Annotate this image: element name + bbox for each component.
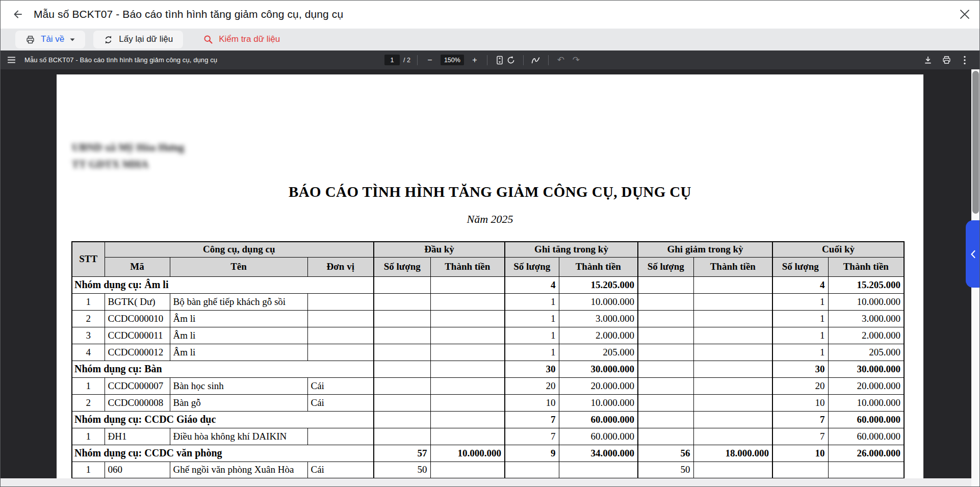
cell-don-vi (307, 293, 374, 310)
cell-num (693, 377, 772, 394)
cell-num: 1 (505, 344, 559, 361)
fit-page-button[interactable] (494, 54, 505, 66)
cell-num: 1 (505, 310, 559, 327)
cell-num: 26.000.000 (828, 445, 904, 462)
close-icon (960, 10, 969, 19)
back-button[interactable] (11, 8, 24, 21)
zoom-out-button[interactable]: − (424, 54, 435, 66)
cell-num: 205.000 (559, 344, 638, 361)
cell-stt: 1 (72, 462, 105, 478)
cell-ten: Âm li (170, 327, 307, 344)
cell-num (430, 276, 505, 293)
cell-ma: CCDC000008 (105, 394, 170, 411)
rotate-button[interactable] (505, 54, 517, 66)
cell-ma: ĐH1 (105, 428, 170, 445)
close-button[interactable] (960, 9, 970, 19)
more-options-button[interactable] (960, 54, 970, 66)
col-header-so-luong: Số lượng (638, 257, 693, 276)
zoom-in-button[interactable]: + (469, 54, 480, 66)
cell-num (638, 344, 693, 361)
annotate-button[interactable] (530, 54, 541, 66)
search-icon (203, 35, 213, 44)
cell-ten: Bàn học sinh (170, 377, 307, 394)
cell-stt: 1 (72, 377, 105, 394)
zoom-level: 150% (441, 55, 464, 65)
cell-num (693, 293, 772, 310)
cell-num (430, 310, 505, 327)
cell-stt: 3 (72, 327, 105, 344)
group-label: Nhóm dụng cụ: CCDC Giáo dục (72, 411, 374, 428)
reload-data-button[interactable]: Lấy lại dữ liệu (93, 31, 183, 48)
cell-num: 15.205.000 (828, 276, 904, 293)
cell-num: 1 (772, 293, 828, 310)
cell-num: 1 (772, 344, 828, 361)
pdf-download-button[interactable] (923, 54, 933, 66)
cell-num (559, 462, 638, 478)
cell-ma: CCDC000011 (105, 327, 170, 344)
org-line-2: TT GDTX MHA (72, 156, 184, 173)
pdf-doc-title: Mẫu số BCKT07 - Báo cáo tình hình tăng g… (24, 56, 217, 64)
cell-ten: Bộ bàn ghế tiếp khách gỗ sồi (170, 293, 307, 310)
printer-icon (25, 35, 35, 44)
cell-num (638, 276, 693, 293)
cell-num (430, 361, 505, 377)
cell-ten: Bàn gỗ (170, 394, 307, 411)
cell-don-vi: Cái (307, 462, 374, 478)
col-header-stt: STT (72, 242, 105, 276)
group-label: Nhóm dụng cụ: Bàn (72, 361, 374, 377)
cell-num: 10.000.000 (559, 394, 638, 411)
cell-num: 10 (505, 394, 559, 411)
cell-num (430, 428, 505, 445)
divider (417, 55, 418, 65)
cell-num (430, 293, 505, 310)
cell-num: 20.000.000 (559, 377, 638, 394)
menu-button[interactable] (7, 55, 17, 65)
divider (523, 55, 524, 65)
pdf-viewer: UBND xã Mỹ Hòa Hưng TT GDTX MHA BÁO CÁO … (0, 69, 980, 487)
check-data-button[interactable]: Kiểm tra dữ liệu (191, 31, 292, 48)
collapse-panel-tab[interactable] (966, 220, 980, 288)
cell-num: 20.000.000 (828, 377, 904, 394)
undo-button[interactable]: ↶ (555, 54, 566, 66)
cell-ten: Âm li (170, 344, 307, 361)
redo-button[interactable]: ↷ (571, 54, 582, 66)
cell-num: 30.000.000 (828, 361, 904, 377)
cell-num: 2.000.000 (828, 327, 904, 344)
cell-num: 18.000.000 (693, 445, 772, 462)
scrollbar-thumb[interactable] (972, 71, 979, 214)
download-report-button[interactable]: Tải về (15, 31, 85, 48)
col-header-ma: Mã (105, 257, 170, 276)
report-table-body: Nhóm dụng cụ: Âm li415.205.000415.205.00… (72, 276, 904, 478)
pdf-print-button[interactable] (941, 54, 951, 66)
cell-num: 15.205.000 (559, 276, 638, 293)
cell-num: 9 (505, 445, 559, 462)
cell-num (374, 344, 430, 361)
cell-num (638, 411, 693, 428)
cell-don-vi (307, 327, 374, 344)
col-header-don-vi: Đơn vị (307, 257, 374, 276)
cell-num: 7 (505, 428, 559, 445)
page-number-input[interactable]: 1 (384, 55, 400, 65)
col-header-cuoi-ky: Cuối kỳ (772, 242, 904, 257)
cell-num (374, 310, 430, 327)
cell-num (693, 428, 772, 445)
table-row: 1CCDC000007Bàn học sinhCái2020.000.00020… (72, 377, 904, 394)
cell-num (638, 394, 693, 411)
group-row: Nhóm dụng cụ: Bàn3030.000.0003030.000.00… (72, 361, 904, 377)
cell-num (430, 344, 505, 361)
table-row: 2CCDC000010Âm li13.000.00013.000.000 (72, 310, 904, 327)
cell-stt: 1 (72, 428, 105, 445)
col-header-dau-ky: Đầu kỳ (374, 242, 505, 257)
cell-num: 30 (772, 361, 828, 377)
cell-num (638, 293, 693, 310)
report-table: STT Công cụ, dụng cụ Đầu kỳ Ghi tăng tro… (71, 241, 905, 479)
cell-num: 1 (772, 310, 828, 327)
cell-num (638, 327, 693, 344)
col-header-so-luong: Số lượng (772, 257, 828, 276)
cell-num (374, 327, 430, 344)
cell-num (638, 310, 693, 327)
cell-num: 56 (638, 445, 693, 462)
cell-ma: 060 (105, 462, 170, 478)
pdf-controls: 1 / 2 − 150% + ↶ ↷ (384, 50, 582, 69)
cell-ten: Điều hòa không khí DAIKIN (170, 428, 307, 445)
